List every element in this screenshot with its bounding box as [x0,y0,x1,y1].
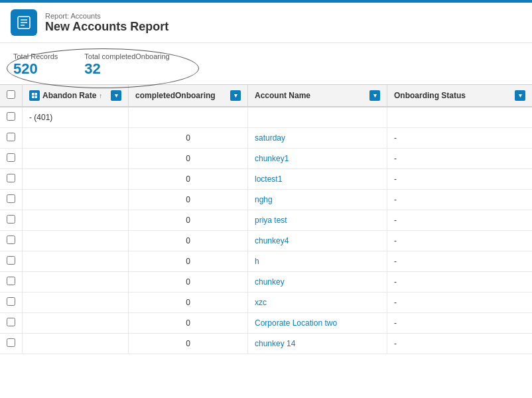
accounts-table: Abandon Rate ↑ ▾ completedOnboaring ▾ Ac… [0,84,532,354]
row-onboarding-status: - [387,272,533,293]
row-completed: 0 [129,313,248,334]
row-account-name[interactable]: Corporate Location two [248,313,387,334]
summary-items: Total Records 520 Total completedOnboari… [13,52,519,78]
header-text-block: Report: Accounts New Accounts Report [45,12,168,34]
onboarding-status-dropdown-btn[interactable]: ▾ [515,90,525,101]
row-onboarding-status: - [387,231,533,251]
row-onboarding-status: - [387,251,533,272]
row-account-name[interactable]: loctest1 [248,169,387,190]
row-completed: 0 [129,293,248,313]
abandon-rate-dropdown-btn[interactable]: ▾ [111,90,121,101]
th-onboarding-status: Onboarding Status ▾ [387,85,533,107]
account-name-link[interactable]: h [255,257,259,266]
account-name-link[interactable]: priya test [255,216,287,225]
group-checkbox-cell [0,107,23,128]
row-checkbox[interactable] [7,318,15,326]
row-completed: 0 [129,210,248,231]
row-abandon-rate [23,231,129,251]
row-checkbox-cell [0,169,23,190]
row-account-name[interactable]: chunkey4 [248,231,387,251]
table-row: 0saturday- [0,128,532,149]
row-checkbox[interactable] [7,235,15,244]
row-account-name[interactable]: xzc [248,293,387,313]
table-row: 0chunkey 14- [0,334,532,354]
row-checkbox-cell [0,313,23,334]
row-checkbox-cell [0,190,23,210]
row-completed: 0 [129,251,248,272]
table-row: 0chunkey- [0,272,532,293]
report-icon [11,9,37,36]
total-records-value: 520 [13,60,58,78]
row-abandon-rate [23,128,129,149]
row-abandon-rate [23,251,129,272]
row-account-name[interactable]: chunkey [248,272,387,293]
row-checkbox-cell [0,231,23,251]
row-checkbox[interactable] [7,338,15,347]
th-abandon-rate: Abandon Rate ↑ ▾ [23,85,129,107]
table-header-row: Abandon Rate ↑ ▾ completedOnboaring ▾ Ac… [0,85,532,107]
row-checkbox-cell [0,272,23,293]
row-onboarding-status: - [387,210,533,231]
table-row: 0priya test- [0,210,532,231]
total-records-item: Total Records 520 [13,52,58,78]
row-checkbox[interactable] [7,277,15,285]
row-checkbox[interactable] [7,215,15,224]
row-completed: 0 [129,334,248,354]
row-checkbox-cell [0,293,23,313]
row-checkbox[interactable] [7,153,15,162]
sort-icon: ↑ [99,92,102,100]
total-completed-item: Total completedOnboaring 32 [84,52,169,78]
svg-rect-7 [35,96,38,99]
row-account-name[interactable]: h [248,251,387,272]
th-checkbox [0,85,23,107]
account-name-link[interactable]: chunkey [255,277,285,287]
row-checkbox[interactable] [7,297,15,306]
row-checkbox[interactable] [7,194,15,203]
table-row: 0Corporate Location two- [0,313,532,334]
th-completed: completedOnboaring ▾ [129,85,248,107]
row-onboarding-status: - [387,149,533,169]
row-account-name[interactable]: chunkey1 [248,149,387,169]
row-onboarding-status: - [387,169,533,190]
select-all-checkbox[interactable] [7,90,15,99]
row-account-name[interactable]: saturday [248,128,387,149]
account-name-link[interactable]: xzc [255,298,267,307]
account-name-link[interactable]: chunkey4 [255,236,289,245]
page-header: Report: Accounts New Accounts Report [0,3,532,43]
report-title: New Accounts Report [45,20,168,34]
row-abandon-rate [23,272,129,293]
row-account-name[interactable]: priya test [248,210,387,231]
account-name-link[interactable]: loctest1 [255,174,282,184]
row-checkbox[interactable] [7,133,15,141]
group-checkbox[interactable] [7,112,15,121]
row-checkbox-cell [0,210,23,231]
th-account-name-label: Account Name [255,91,310,100]
account-name-link[interactable]: chunkey1 [255,154,289,163]
account-name-link[interactable]: nghg [255,195,273,204]
table-row: 0nghg- [0,190,532,210]
row-abandon-rate [23,169,129,190]
row-account-name[interactable]: nghg [248,190,387,210]
th-completed-label: completedOnboaring [135,91,216,100]
group-completed-cell [129,107,248,128]
row-completed: 0 [129,169,248,190]
account-name-dropdown-btn[interactable]: ▾ [369,90,380,101]
total-completed-value: 32 [84,60,169,78]
account-name-link[interactable]: chunkey 14 [255,339,295,348]
completed-dropdown-btn[interactable]: ▾ [230,90,241,101]
table-row: 0chunkey4- [0,231,532,251]
svg-rect-4 [32,93,34,96]
total-records-label: Total Records [13,52,58,60]
row-abandon-rate [23,210,129,231]
row-checkbox-cell [0,251,23,272]
row-abandon-rate [23,293,129,313]
row-account-name[interactable]: chunkey 14 [248,334,387,354]
total-completed-label: Total completedOnboaring [84,52,169,60]
row-completed: 0 [129,128,248,149]
row-checkbox[interactable] [7,174,15,182]
report-label: Report: Accounts [45,12,168,20]
row-checkbox[interactable] [7,256,15,265]
row-abandon-rate [23,149,129,169]
account-name-link[interactable]: Corporate Location two [255,318,337,328]
account-name-link[interactable]: saturday [255,133,285,143]
